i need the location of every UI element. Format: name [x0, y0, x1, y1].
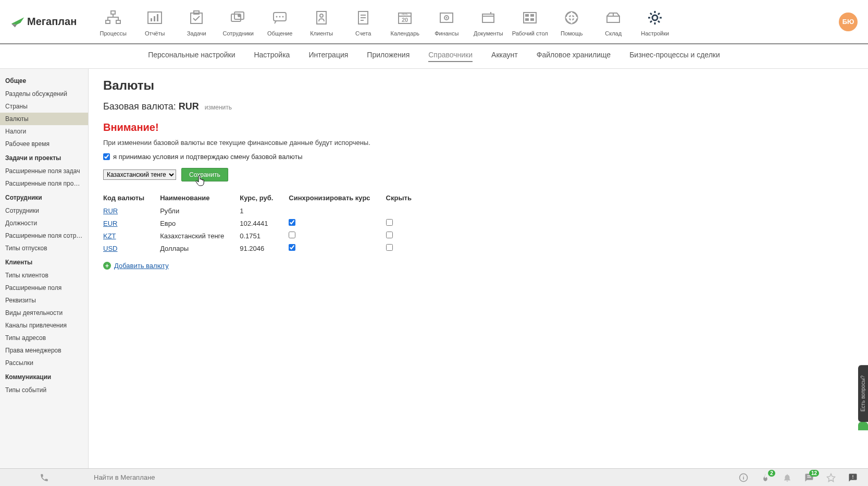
topnav-item-8[interactable]: Финансы	[426, 5, 467, 39]
sidebar-entry-11[interactable]: Должности	[0, 217, 88, 229]
sidebar-entry-17[interactable]: Реквизиты	[0, 294, 88, 307]
topnav-item-4[interactable]: Общение	[259, 5, 301, 39]
base-currency-value: RUR	[179, 101, 199, 112]
sidebar-entry-24[interactable]: Типы событий	[0, 384, 88, 396]
sidebar-entry-2[interactable]: Страны	[0, 100, 88, 113]
sidebar-entry-15[interactable]: Типы клиентов	[0, 269, 88, 282]
sidebar-entry-9: Сотрудники	[0, 190, 88, 204]
sidebar-entry-20[interactable]: Типы адресов	[0, 332, 88, 344]
chat-badge: 12	[809, 470, 819, 470]
base-currency-label: Базовая валюта:	[103, 101, 179, 112]
questions-tab[interactable]: Есть вопросы?	[858, 365, 868, 422]
sidebar-entry-4[interactable]: Налоги	[0, 125, 88, 138]
topnav-item-7[interactable]: июль20Календарь	[384, 5, 426, 39]
topnav-item-12[interactable]: Склад	[592, 5, 634, 39]
sidebar-entry-1[interactable]: Разделы обсуждений	[0, 88, 88, 100]
th-name: Наименование	[160, 192, 240, 205]
accept-checkbox[interactable]	[103, 153, 110, 160]
topnav-icon	[269, 7, 290, 28]
sync-checkbox[interactable]	[289, 219, 295, 226]
topnav-label: Общение	[267, 30, 292, 37]
warning-title: Внимание!	[103, 122, 853, 133]
svg-rect-32	[530, 14, 534, 17]
topnav-icon	[103, 7, 123, 28]
topnav-label: Календарь	[390, 30, 419, 37]
svg-rect-0	[111, 11, 115, 14]
table-row: RURРубли1	[103, 205, 427, 217]
topnav-item-6[interactable]: Счета	[342, 5, 384, 39]
logo[interactable]: Мегаплан	[10, 15, 77, 29]
svg-rect-31	[525, 14, 529, 17]
sidebar-entry-14: Клиенты	[0, 254, 88, 269]
topnav-item-3[interactable]: Сотрудники	[217, 5, 259, 39]
topnav-item-11[interactable]: Помощь	[551, 5, 592, 39]
topnav-item-0[interactable]: Процессы	[92, 5, 134, 39]
subnav-item-0[interactable]: Персональные настройки	[148, 51, 235, 62]
currency-name: Доллары	[160, 242, 240, 254]
subnav-item-5[interactable]: Аккаунт	[491, 51, 518, 62]
svg-line-47	[650, 21, 652, 22]
currency-name: Рубли	[160, 205, 240, 217]
sidebar-entry-21[interactable]: Права менеджеров	[0, 344, 88, 357]
topnav-item-9[interactable]: Документы	[467, 5, 509, 39]
topnav-label: Сотрудники	[222, 30, 254, 37]
add-currency-link[interactable]: Добавить валюту	[114, 262, 169, 270]
subnav-item-3[interactable]: Приложения	[367, 51, 410, 62]
sub-nav: Персональные настройкиНастройкаИнтеграци…	[0, 44, 868, 69]
svg-rect-6	[157, 14, 158, 21]
currency-rate: 91.2046	[240, 242, 289, 254]
sidebar-entry-18[interactable]: Виды деятельности	[0, 307, 88, 319]
subnav-item-2[interactable]: Интеграция	[308, 51, 348, 62]
th-rate: Курс, руб.	[240, 192, 289, 205]
sidebar-entry-3[interactable]: Валюты	[0, 113, 88, 125]
subnav-item-6[interactable]: Файловое хранилище	[537, 51, 611, 62]
avatar[interactable]: БЮ	[839, 13, 858, 31]
sidebar-entry-7[interactable]: Расширенные поля задач	[0, 165, 88, 177]
subnav-item-1[interactable]: Настройка	[254, 51, 290, 62]
sidebar-entry-0: Общее	[0, 73, 88, 88]
sidebar-entry-5[interactable]: Рабочее время	[0, 138, 88, 150]
subnav-item-7[interactable]: Бизнес-процессы и сделки	[629, 51, 720, 62]
base-currency-row: Базовая валюта: RUR изменить	[103, 101, 853, 112]
top-nav: ПроцессыОтчётыЗадачиСотрудникиОбщениеКли…	[92, 5, 839, 39]
logo-icon	[10, 15, 25, 29]
topnav-item-1[interactable]: Отчёты	[134, 5, 176, 39]
topnav-item-13[interactable]: Настройки	[634, 5, 676, 39]
hide-checkbox[interactable]	[386, 219, 393, 226]
table-row: KZTКазахстанский тенге0.1751	[103, 229, 427, 242]
content: Валюты Базовая валюта: RUR изменить Вним…	[89, 69, 868, 470]
sidebar-entry-10[interactable]: Сотрудники	[0, 204, 88, 217]
svg-text:июль: июль	[402, 13, 408, 16]
svg-point-40	[652, 15, 658, 20]
currency-code-link[interactable]: KZT	[103, 232, 116, 240]
topnav-icon	[561, 7, 582, 28]
sync-checkbox[interactable]	[289, 232, 295, 238]
topnav-icon	[519, 7, 540, 28]
sidebar-entry-19[interactable]: Каналы привлечения	[0, 319, 88, 332]
sidebar-entry-13[interactable]: Типы отпусков	[0, 242, 88, 254]
currency-code-link[interactable]: USD	[103, 245, 117, 252]
logo-text: Мегаплан	[27, 16, 77, 28]
subnav-item-4[interactable]: Справочники	[428, 51, 473, 62]
topnav-label: Клиенты	[310, 30, 333, 37]
sync-checkbox[interactable]	[289, 244, 295, 251]
currency-code-link[interactable]: RUR	[103, 207, 118, 215]
currency-rate: 0.1751	[240, 229, 289, 242]
sidebar-entry-12[interactable]: Расширенные поля сотру...	[0, 229, 88, 242]
hide-checkbox[interactable]	[386, 232, 393, 238]
topnav-item-2[interactable]: Задачи	[176, 5, 217, 39]
currency-code-link[interactable]: EUR	[103, 220, 117, 227]
currency-name: Казахстанский тенге	[160, 229, 240, 242]
change-base-link[interactable]: изменить	[205, 104, 232, 111]
sidebar-entry-8[interactable]: Расширенные поля проек...	[0, 177, 88, 190]
topnav-label: Отчёты	[145, 30, 165, 37]
topnav-item-5[interactable]: Клиенты	[301, 5, 342, 39]
topnav-label: Склад	[605, 30, 622, 37]
save-button[interactable]: Сохранить	[181, 168, 228, 181]
currency-select[interactable]: Казахстанский тенге	[103, 169, 176, 180]
topnav-item-10[interactable]: Рабочий стол	[509, 5, 551, 39]
sidebar-entry-16[interactable]: Расширенные поля	[0, 282, 88, 294]
hide-checkbox[interactable]	[386, 244, 393, 251]
sidebar-entry-22[interactable]: Рассылки	[0, 357, 88, 369]
svg-text:20: 20	[402, 17, 408, 23]
